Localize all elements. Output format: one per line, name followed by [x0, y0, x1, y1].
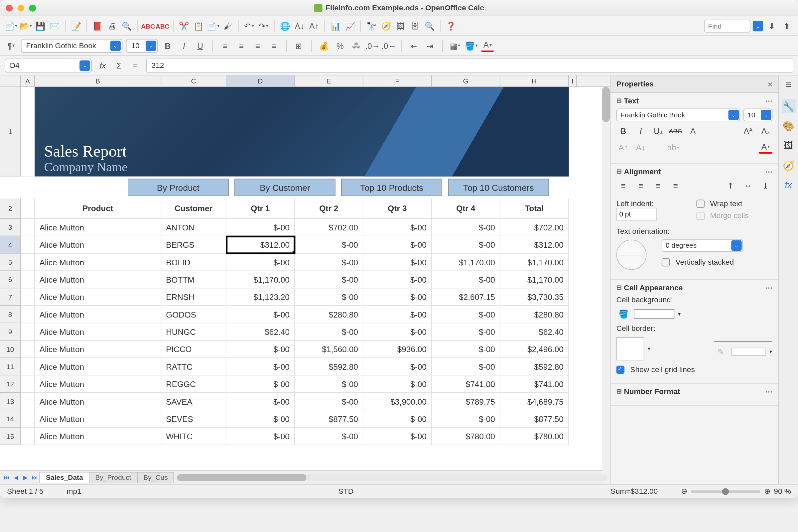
- wrap-text-checkbox[interactable]: [696, 200, 704, 208]
- select-all-corner[interactable]: [0, 75, 21, 87]
- sort-desc-button[interactable]: A↑: [307, 19, 320, 32]
- sheet-tab[interactable]: By_Product: [89, 472, 138, 483]
- cell[interactable]: [21, 410, 35, 428]
- datasources-button[interactable]: 🗄: [408, 19, 421, 32]
- bg-color-picker[interactable]: [634, 309, 674, 319]
- cell[interactable]: [21, 254, 35, 271]
- cell[interactable]: $-00: [295, 323, 363, 341]
- spreadsheet-grid[interactable]: A B C D E F G H I 1 Sales Report Company…: [0, 75, 610, 484]
- sb-super-button[interactable]: Aᴬ: [741, 125, 755, 137]
- sheet-tab[interactable]: Sales_Data: [40, 472, 90, 483]
- email-button[interactable]: ✉️: [48, 19, 61, 32]
- cell[interactable]: Alice Mutton: [35, 393, 162, 410]
- cell[interactable]: $312.00: [226, 236, 295, 253]
- cell[interactable]: $62.40: [500, 323, 569, 341]
- sb-italic-button[interactable]: I: [634, 125, 648, 137]
- functions-tab-icon[interactable]: fx: [781, 178, 795, 192]
- row-header[interactable]: 2: [0, 198, 21, 219]
- align-center-button[interactable]: ≡: [235, 39, 248, 52]
- format-paintbrush-button[interactable]: 🖌: [221, 19, 234, 32]
- row-header[interactable]: 15: [0, 428, 21, 445]
- cell[interactable]: $-00: [226, 358, 295, 375]
- cell[interactable]: BOLID: [161, 254, 226, 271]
- find-next-button[interactable]: ⬇: [765, 19, 778, 32]
- row-header[interactable]: 1: [0, 87, 21, 176]
- nav-button-0[interactable]: By Product: [128, 179, 229, 196]
- cell[interactable]: Alice Mutton: [35, 236, 162, 253]
- cell[interactable]: Alice Mutton: [35, 428, 162, 445]
- row-header[interactable]: 6: [0, 271, 21, 288]
- cell[interactable]: [21, 393, 35, 410]
- spellcheck-button[interactable]: ABC: [141, 19, 154, 32]
- col-header-I[interactable]: I: [569, 75, 577, 87]
- cell[interactable]: [21, 375, 35, 393]
- undo-button[interactable]: ↶: [243, 19, 255, 32]
- function-button[interactable]: =: [129, 59, 141, 72]
- cell[interactable]: $-00: [295, 271, 363, 288]
- cell[interactable]: [21, 341, 35, 358]
- cell[interactable]: $1,170.00: [432, 254, 500, 271]
- sb-shadow-button[interactable]: A: [686, 125, 700, 137]
- formula-input[interactable]: 312: [146, 58, 793, 72]
- cell[interactable]: $-00: [295, 236, 363, 253]
- cell[interactable]: GODOS: [161, 306, 226, 323]
- sb-sub-button[interactable]: Aₐ: [758, 125, 773, 137]
- cell[interactable]: [21, 219, 35, 236]
- zoom-button[interactable]: 🔍: [423, 19, 436, 32]
- cell[interactable]: $-00: [226, 428, 295, 445]
- indent-input[interactable]: [616, 208, 657, 220]
- cell[interactable]: $280.80: [500, 306, 569, 323]
- cell[interactable]: [21, 306, 35, 323]
- paste-button[interactable]: 📄: [207, 19, 219, 32]
- cell[interactable]: $-00: [363, 410, 432, 428]
- remove-decimal-button[interactable]: .0←: [382, 39, 395, 52]
- cell[interactable]: $-00: [295, 254, 363, 271]
- cell[interactable]: $-00: [432, 306, 500, 323]
- cell[interactable]: $-00: [432, 358, 500, 375]
- italic-button[interactable]: I: [177, 39, 190, 52]
- cell[interactable]: BERGS: [161, 236, 226, 253]
- sb-align-right[interactable]: ≡: [651, 179, 665, 192]
- gallery-tab-icon[interactable]: 🖼: [781, 139, 795, 153]
- cell[interactable]: [21, 323, 35, 341]
- cell[interactable]: HUNGC: [161, 323, 226, 341]
- row-header[interactable]: 13: [0, 393, 21, 410]
- cell[interactable]: $741.00: [432, 375, 500, 393]
- cell[interactable]: $-00: [363, 236, 432, 253]
- cell[interactable]: Alice Mutton: [35, 341, 162, 358]
- cell[interactable]: $-00: [432, 323, 500, 341]
- autospell-button[interactable]: ABC: [156, 19, 169, 32]
- orientation-combo[interactable]: 0 degrees⌄: [662, 239, 743, 252]
- cell[interactable]: SAVEA: [161, 393, 226, 410]
- sb-underline-button[interactable]: U: [651, 125, 665, 137]
- cell[interactable]: $877.50: [295, 410, 363, 428]
- align-right-button[interactable]: ≡: [251, 39, 264, 52]
- sb-fontcolor-button[interactable]: A: [758, 141, 773, 154]
- cell[interactable]: $1,170.00: [226, 271, 295, 288]
- tab-next-button[interactable]: ▶: [21, 473, 30, 482]
- new-doc-button[interactable]: 📄: [5, 19, 17, 32]
- export-pdf-button[interactable]: 📕: [91, 19, 104, 32]
- zoom-slider[interactable]: [691, 490, 760, 492]
- cell[interactable]: $741.00: [500, 375, 569, 393]
- chart-button[interactable]: 📊: [329, 19, 342, 32]
- font-name-combo[interactable]: Franklin Gothic Book⌄: [21, 39, 122, 53]
- find-prev-button[interactable]: ⬆: [781, 19, 793, 32]
- nav-button-2[interactable]: Top 10 Products: [341, 179, 442, 196]
- cell[interactable]: $1,170.00: [500, 254, 569, 271]
- cell[interactable]: Alice Mutton: [35, 375, 162, 393]
- sheet-tab[interactable]: By_Cus: [137, 472, 174, 483]
- col-header-F[interactable]: F: [363, 75, 432, 87]
- cell[interactable]: $-00: [363, 219, 432, 236]
- cell[interactable]: $592.80: [500, 358, 569, 375]
- cell[interactable]: $780.00: [500, 428, 569, 445]
- cell[interactable]: $-00: [363, 428, 432, 445]
- border-picker[interactable]: [616, 337, 644, 360]
- align-left-button[interactable]: ≡: [219, 39, 231, 52]
- cell[interactable]: ERNSH: [161, 288, 226, 306]
- line-style-picker[interactable]: [714, 336, 772, 342]
- cell[interactable]: $1,123.20: [226, 288, 295, 306]
- underline-button[interactable]: U: [194, 39, 207, 52]
- cell[interactable]: Alice Mutton: [35, 288, 162, 306]
- stacked-checkbox[interactable]: [662, 258, 670, 266]
